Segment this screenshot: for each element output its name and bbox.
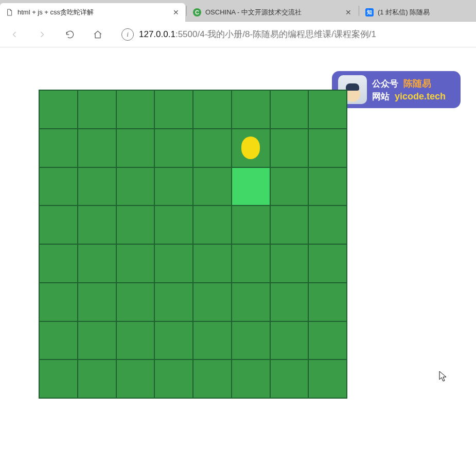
board-cell [193, 205, 232, 244]
board-cell [270, 321, 309, 360]
board-cell [193, 359, 232, 398]
board-cell [116, 244, 155, 283]
board-cell [232, 359, 270, 398]
url-text: 127.0.0.1:5500/4-我的小册/8-陈随易的编程思维课/课程案例/1 [139, 28, 376, 40]
tab-close-icon[interactable]: ✕ [344, 8, 352, 16]
board-cell [308, 359, 347, 398]
tab-active[interactable]: html + js + css贪吃蛇详解 ✕ [0, 3, 185, 22]
forward-button[interactable] [33, 25, 51, 44]
board-cell [78, 205, 116, 244]
board-cell [193, 283, 232, 321]
tab-strip: html + js + css贪吃蛇详解 ✕ C OSCHINA - 中文开源技… [0, 0, 476, 22]
food [241, 136, 260, 159]
board-cell [154, 205, 193, 244]
board-cell [193, 167, 232, 206]
snake-cell [232, 167, 270, 206]
board-cell [270, 90, 309, 129]
board-cell [308, 244, 347, 283]
board-cell [232, 205, 270, 244]
board-cell [116, 359, 155, 398]
board-cell [39, 90, 78, 129]
board-cell [116, 129, 155, 167]
tab-divider [186, 6, 187, 16]
board-cell [232, 129, 270, 167]
board-cell [270, 129, 309, 167]
badge-texts: 公众号 陈随易 网站 yicode.tech [372, 77, 454, 102]
badge-value-top: 陈随易 [403, 77, 431, 90]
board-cell [39, 359, 78, 398]
tab-oschina[interactable]: C OSCHINA - 中文开源技术交流社 ✕ [188, 3, 358, 22]
badge-value-bottom: yicode.tech [395, 91, 446, 102]
board-cell [116, 167, 155, 206]
board-cell [308, 90, 347, 129]
board-cell [39, 283, 78, 321]
tab-title: OSCHINA - 中文开源技术交流社 [205, 8, 340, 17]
game-board[interactable] [39, 90, 347, 399]
board-cell [116, 90, 155, 129]
tab-divider [359, 6, 359, 16]
board-cell [308, 129, 347, 167]
board-cell [193, 244, 232, 283]
url-host: 127.0.0.1 [139, 29, 175, 39]
board-cell [39, 205, 78, 244]
author-badge: 公众号 陈随易 网站 yicode.tech [332, 71, 461, 108]
board-cell [78, 167, 116, 206]
tab-title: (1 封私信) 陈随易 [378, 8, 448, 17]
board-cell [39, 321, 78, 360]
board-cell [154, 283, 193, 321]
board-cell [232, 283, 270, 321]
board-cell [78, 129, 116, 167]
board-cell [193, 90, 232, 129]
document-icon [5, 8, 13, 16]
zhihu-icon: 知 [365, 8, 374, 16]
board-cell [154, 129, 193, 167]
badge-label-top: 公众号 [372, 78, 398, 90]
board-cell [154, 359, 193, 398]
site-info-icon[interactable]: i [121, 28, 134, 41]
board-cell [78, 321, 116, 360]
board-cell [193, 321, 232, 360]
url-path: /4-我的小册/8-陈随易的编程思维课/课程案例/1 [197, 29, 376, 39]
board-cell [308, 205, 347, 244]
board-cell [78, 359, 116, 398]
board-cell [154, 167, 193, 206]
board-cell [232, 244, 270, 283]
board-cell [39, 167, 78, 206]
back-button[interactable] [5, 25, 24, 44]
board-cell [78, 283, 116, 321]
home-button[interactable] [89, 25, 107, 44]
board-cell [154, 244, 193, 283]
tab-title: html + js + css贪吃蛇详解 [17, 8, 168, 17]
board-cell [78, 90, 116, 129]
board-cell [232, 90, 270, 129]
badge-label-bottom: 网站 [372, 91, 390, 102]
board-cell [193, 129, 232, 167]
board-cell [270, 359, 309, 398]
board-cell [270, 167, 309, 206]
board-cell [78, 244, 116, 283]
tab-close-icon[interactable]: ✕ [172, 8, 180, 16]
oschina-icon: C [193, 8, 201, 16]
page-content: 公众号 陈随易 网站 yicode.tech [0, 47, 476, 463]
board-cell [116, 283, 155, 321]
board-cell [232, 321, 270, 360]
board-cell [270, 283, 309, 321]
board-cell [154, 90, 193, 129]
board-cell [154, 321, 193, 360]
board-cell [308, 283, 347, 321]
board-cell [270, 244, 309, 283]
board-cell [39, 129, 78, 167]
url-port: :5500 [175, 29, 198, 39]
refresh-button[interactable] [61, 25, 79, 44]
board-cell [308, 321, 347, 360]
board-cell [270, 205, 309, 244]
board-cell [116, 205, 155, 244]
board-cell [116, 321, 155, 360]
tab-zhihu[interactable]: 知 (1 封私信) 陈随易 [360, 3, 453, 22]
mouse-cursor-icon [439, 371, 447, 382]
address-bar[interactable]: i 127.0.0.1:5500/4-我的小册/8-陈随易的编程思维课/课程案例… [121, 28, 471, 41]
board-cell [308, 167, 347, 206]
board-cell [39, 244, 78, 283]
toolbar: i 127.0.0.1:5500/4-我的小册/8-陈随易的编程思维课/课程案例… [0, 22, 476, 47]
